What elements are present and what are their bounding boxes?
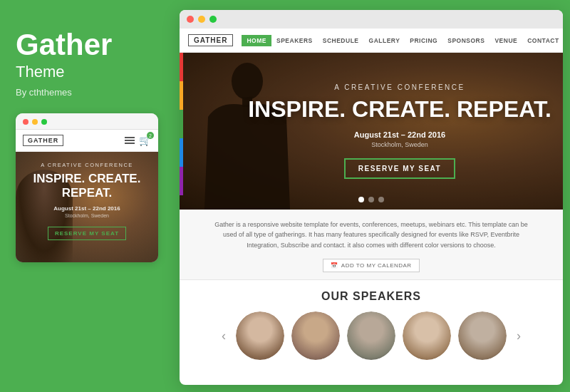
- browser-dot-red[interactable]: [187, 16, 194, 23]
- speakers-next-arrow[interactable]: ›: [514, 329, 524, 344]
- color-bar-blue: [180, 138, 183, 167]
- hero-main-title: INSPIRE. CREATE. REPEAT.: [248, 97, 551, 122]
- hero-dot-2[interactable]: [368, 197, 374, 202]
- mobile-hero-date: August 21st – 22nd 2016: [23, 205, 151, 212]
- color-bar-purple: [180, 167, 183, 195]
- speaker-face-5: [458, 311, 507, 360]
- mobile-dot-green: [41, 119, 47, 125]
- mobile-logo: GATHER: [23, 135, 63, 146]
- theme-subtitle: Theme: [16, 63, 161, 81]
- browser-hero: A CREATIVE CONFERENCE INSPIRE. CREATE. R…: [180, 53, 563, 210]
- mobile-dot-red: [23, 119, 28, 125]
- mobile-cta-button[interactable]: RESERVE MY SEAT: [48, 227, 126, 240]
- nav-item-speakers[interactable]: SPEAKERS: [271, 35, 318, 46]
- hero-location: Stockholm, Sweden: [248, 141, 551, 148]
- theme-author: By cththemes: [16, 87, 161, 98]
- color-bar-yellow: [180, 81, 183, 110]
- hero-dot-3[interactable]: [378, 197, 384, 202]
- browser-description: Gather is a responsive website template …: [180, 210, 563, 280]
- mobile-hero: A CREATIVE CONFERENCE INSPIRE. CREATE. R…: [16, 152, 158, 262]
- color-bar: [180, 53, 183, 195]
- mobile-dot-yellow: [32, 119, 38, 125]
- browser-nav-items: HOME SPEAKERS SCHEDULE GALLERY PRICING S…: [242, 35, 563, 46]
- hero-dot-1[interactable]: [358, 197, 364, 202]
- description-text: Gather is a responsive website template …: [207, 220, 535, 250]
- mobile-cart-icon[interactable]: 🛒 2: [139, 135, 151, 146]
- browser-logo: GATHER: [188, 34, 233, 46]
- left-panel: Gather Theme By cththemes GATHER 🛒 2: [0, 0, 177, 392]
- add-calendar-button[interactable]: 📅 ADD TO MY CALENDAR: [323, 259, 419, 272]
- mobile-mockup: GATHER 🛒 2 A CREATIVE CONFERENCE INSPIRE…: [16, 113, 158, 262]
- speaker-avatar-2: [291, 311, 340, 360]
- calendar-icon: 📅: [331, 262, 338, 269]
- speaker-face-3: [347, 311, 395, 360]
- mobile-cart-badge: 2: [147, 132, 154, 139]
- nav-item-schedule[interactable]: SCHEDULE: [318, 35, 364, 46]
- mobile-hero-subtitle: A CREATIVE CONFERENCE: [23, 162, 151, 168]
- speakers-section: OUR SPEAKERS ‹ ›: [180, 280, 563, 367]
- browser-nav: GATHER HOME SPEAKERS SCHEDULE GALLERY PR…: [180, 29, 563, 53]
- browser-dot-yellow[interactable]: [198, 16, 205, 23]
- speaker-face-4: [403, 311, 451, 360]
- mobile-hero-title: INSPIRE. CREATE. REPEAT.: [23, 172, 151, 200]
- speaker-avatar-3: [347, 311, 395, 360]
- browser-panel: GATHER HOME SPEAKERS SCHEDULE GALLERY PR…: [180, 10, 563, 385]
- mobile-titlebar: [16, 113, 158, 130]
- browser-dot-green[interactable]: [209, 16, 217, 23]
- color-bar-red: [180, 53, 183, 81]
- mobile-nav: GATHER 🛒 2: [16, 130, 158, 152]
- hero-pagination: [358, 197, 384, 202]
- speakers-prev-arrow[interactable]: ‹: [219, 329, 229, 344]
- browser-titlebar: [180, 10, 563, 29]
- color-bar-green: [180, 110, 183, 138]
- mobile-hamburger-icon[interactable]: [125, 137, 135, 144]
- speaker-avatar-1: [236, 311, 284, 360]
- nav-item-venue[interactable]: VENUE: [489, 35, 522, 46]
- nav-item-pricing[interactable]: PRICING: [405, 35, 442, 46]
- speakers-title: OUR SPEAKERS: [187, 290, 556, 303]
- mobile-hero-location: Stockholm, Sweden: [23, 213, 151, 218]
- speakers-row: ‹ ›: [187, 311, 556, 360]
- speaker-avatar-4: [403, 311, 451, 360]
- hero-date: August 21st – 22nd 2016: [248, 130, 551, 139]
- nav-item-contact[interactable]: CONTACT: [522, 35, 563, 46]
- speaker-face-2: [291, 311, 340, 360]
- nav-item-gallery[interactable]: GALLERY: [364, 35, 405, 46]
- hero-subtitle: A CREATIVE CONFERENCE: [248, 83, 551, 91]
- nav-item-sponsors[interactable]: SPONSORS: [442, 35, 489, 46]
- speaker-avatar-5: [458, 311, 507, 360]
- nav-item-home[interactable]: HOME: [242, 35, 271, 46]
- hero-content: A CREATIVE CONFERENCE INSPIRE. CREATE. R…: [248, 83, 551, 179]
- theme-title: Gather: [16, 29, 161, 61]
- speaker-face-1: [236, 311, 284, 360]
- calendar-label: ADD TO MY CALENDAR: [341, 262, 412, 269]
- hero-cta-button[interactable]: RESERVE MY SEAT: [344, 158, 455, 179]
